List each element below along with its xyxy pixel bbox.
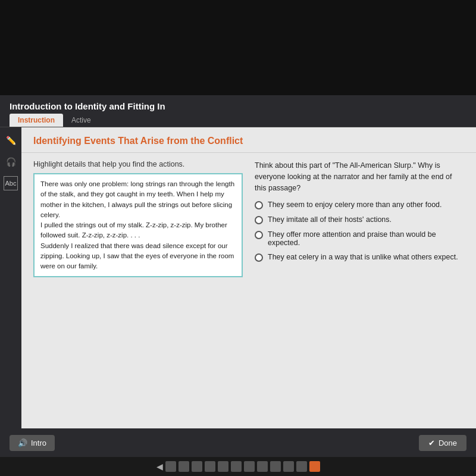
nav-dot-2[interactable] — [178, 461, 189, 472]
radio-1[interactable] — [255, 201, 263, 209]
nav-dot-8[interactable] — [257, 461, 268, 472]
question-text: Think about this part of "The All-Americ… — [255, 160, 464, 193]
done-button[interactable]: ✔ Done — [419, 435, 466, 451]
text-icon[interactable]: Abc — [4, 176, 18, 190]
headphones-icon[interactable]: 🎧 — [4, 155, 18, 169]
nav-dot-9[interactable] — [270, 461, 281, 472]
nav-dot-4[interactable] — [205, 461, 215, 472]
nav-dot-7[interactable] — [244, 461, 255, 472]
option-3[interactable]: They offer more attention and praise tha… — [255, 230, 464, 247]
nav-dot-3[interactable] — [192, 461, 202, 472]
option-1[interactable]: They seem to enjoy celery more than any … — [255, 201, 464, 209]
section-title: Identifying Events That Arise from the C… — [21, 127, 476, 153]
tab-instruction[interactable]: Instruction — [10, 114, 63, 127]
tab-active[interactable]: Active — [63, 114, 99, 127]
left-instruction: Highlight details that help you find the… — [33, 160, 243, 168]
nav-dot-10[interactable] — [283, 461, 294, 472]
nav-left-arrow[interactable]: ◀ — [156, 462, 163, 471]
page-title: Introduction to Identity and Fitting In — [10, 101, 466, 111]
option-4[interactable]: They eat celery in a way that is unlike … — [255, 253, 464, 262]
footer-bar: 🔊 Intro ✔ Done — [0, 428, 476, 457]
speaker-icon: 🔊 — [18, 439, 27, 447]
nav-dot-1[interactable] — [165, 461, 176, 472]
radio-2[interactable] — [255, 216, 263, 224]
nav-dot-6[interactable] — [231, 461, 242, 472]
left-sidebar: ✏️ 🎧 Abc — [0, 127, 21, 428]
checkmark-icon: ✔ — [428, 439, 435, 447]
radio-4[interactable] — [255, 253, 263, 262]
passage-box: There was only one problem: long strings… — [33, 173, 243, 277]
intro-button[interactable]: 🔊 Intro — [10, 435, 55, 451]
bottom-navigation: ◀ — [0, 457, 476, 476]
option-2[interactable]: They imitate all of their hosts' actions… — [255, 215, 464, 224]
options-list: They seem to enjoy celery more than any … — [255, 201, 464, 262]
nav-dot-11[interactable] — [296, 461, 307, 472]
pencil-icon[interactable]: ✏️ — [4, 133, 18, 148]
nav-dot-12[interactable] — [309, 461, 320, 472]
nav-dot-5[interactable] — [218, 461, 228, 472]
radio-3[interactable] — [255, 231, 263, 239]
